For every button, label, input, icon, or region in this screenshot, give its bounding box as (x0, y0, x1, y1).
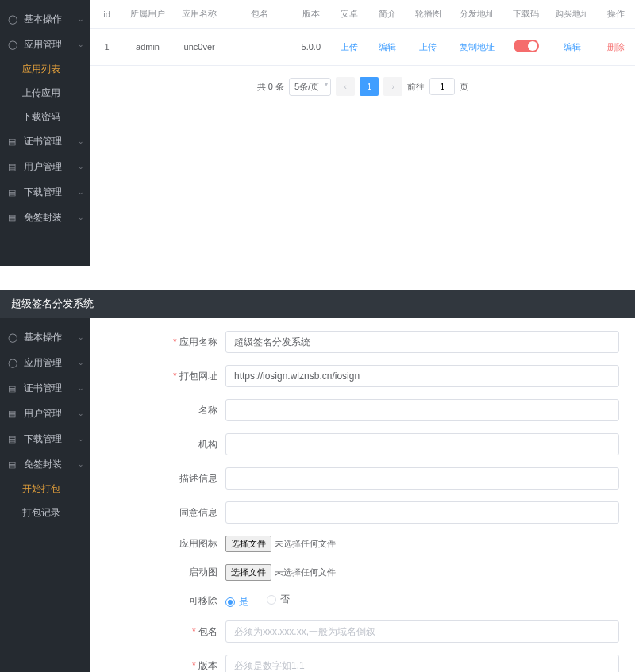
nav-label: 证书管理 (24, 382, 62, 395)
nav-download-mgmt[interactable]: ▤下载管理⌄ (0, 179, 90, 205)
chevron-down-icon: ⌄ (78, 435, 84, 443)
cell-user: admin (123, 29, 172, 66)
nav-label: 基本操作 (24, 13, 62, 26)
jump-suffix: 页 (460, 81, 468, 93)
pagination: 共 0 条 5条/页 ‹ 1 › 前往 页 (90, 66, 635, 107)
radio-dot-icon (267, 595, 276, 605)
name-input[interactable] (225, 399, 619, 421)
dist-copy-link[interactable]: 复制地址 (460, 42, 495, 52)
app-icon-file-button[interactable]: 选择文件 (225, 536, 271, 552)
label-removable: 可移除 (90, 594, 225, 608)
nav-label: 下载管理 (24, 432, 62, 446)
table-row: 1 admin unc0ver 5.0.0 上传 编辑 上传 复制地址 编辑 删… (90, 29, 635, 66)
jump-page-input[interactable] (429, 78, 455, 95)
nav-label: 应用列表 (22, 63, 60, 76)
nav-label: 用户管理 (24, 407, 62, 420)
nav-cert-mgmt[interactable]: ▤证书管理⌄ (0, 129, 90, 154)
chevron-down-icon: ⌄ (78, 359, 84, 367)
nav-label: 用户管理 (24, 160, 62, 174)
nav-app-mgmt[interactable]: ◯应用管理⌄ (0, 32, 90, 57)
user-icon: ◯ (8, 14, 19, 25)
desc-input[interactable] (225, 467, 619, 490)
chevron-down-icon: ⌄ (78, 333, 84, 341)
app-icon: ◯ (8, 358, 19, 368)
list-icon: ▤ (8, 409, 19, 419)
nav-label: 证书管理 (24, 135, 62, 148)
th-buy: 购买地址 (548, 0, 597, 29)
nav-basic-ops[interactable]: ◯基本操作⌄ (0, 6, 90, 32)
cell-id: 1 (90, 29, 123, 66)
chevron-down-icon: ⌄ (78, 15, 84, 23)
radio-dot-icon (225, 597, 235, 607)
prev-page-button[interactable]: ‹ (336, 77, 355, 96)
chevron-down-icon: ⌄ (78, 163, 84, 171)
nav-user-mgmt[interactable]: ▤用户管理⌄ (0, 154, 90, 179)
page-1-button[interactable]: 1 (360, 77, 379, 96)
list-icon: ▤ (8, 187, 19, 198)
table-header-row: id 所属用户 应用名称 包名 版本 安卓 简介 轮播图 分发地址 下载码 购买… (90, 0, 635, 29)
nav-label: 免签封装 (24, 211, 62, 225)
nav-download-mgmt-2[interactable]: ▤下载管理⌄ (0, 426, 90, 451)
nav-app-mgmt-2[interactable]: ◯应用管理⌄ (0, 350, 90, 375)
org-input[interactable] (225, 433, 619, 455)
nav-user-mgmt-2[interactable]: ▤用户管理⌄ (0, 401, 90, 426)
removable-yes-radio[interactable]: 是 (225, 595, 248, 609)
nav-label: 应用管理 (24, 356, 62, 370)
form-area: 应用名称 打包网址 名称 机构 描述信息 同意信息 应用图标选择文件未选择任何文… (90, 318, 635, 672)
pack-url-input[interactable] (225, 365, 619, 387)
nav-app-list[interactable]: 应用列表 (0, 57, 90, 81)
next-page-button[interactable]: › (383, 77, 402, 96)
app-icon-file-text: 未选择任何文件 (275, 539, 336, 548)
cell-ver: 5.0.0 (292, 29, 330, 66)
agree-input[interactable] (225, 501, 619, 524)
nav-label: 下载密码 (22, 110, 60, 124)
nav-start-package[interactable]: 开始打包 (0, 477, 90, 501)
splash-file-text: 未选择任何文件 (275, 567, 336, 577)
nav-package-records[interactable]: 打包记录 (0, 501, 90, 524)
th-dist: 分发地址 (450, 0, 505, 29)
content-area: id 所属用户 应用名称 包名 版本 安卓 简介 轮播图 分发地址 下载码 购买… (90, 0, 635, 266)
sidebar-1: ◯基本操作⌄ ◯应用管理⌄ 应用列表 上传应用 下载密码 ▤证书管理⌄ ▤用户管… (0, 0, 90, 266)
app-icon: ◯ (8, 40, 19, 50)
intro-edit-link[interactable]: 编辑 (379, 42, 396, 52)
buy-edit-link[interactable]: 编辑 (564, 42, 581, 52)
nav-free-sign-2[interactable]: ▤免签封装⌄ (0, 451, 90, 477)
per-page-select[interactable]: 5条/页 (289, 78, 331, 96)
nav-label: 打包记录 (22, 506, 60, 520)
delete-link[interactable]: 删除 (607, 42, 625, 52)
nav-basic-ops-2[interactable]: ◯基本操作⌄ (0, 324, 90, 350)
android-upload-link[interactable]: 上传 (341, 42, 358, 52)
removable-no-radio[interactable]: 否 (267, 593, 290, 606)
cell-pkg (226, 29, 291, 66)
nav-label: 基本操作 (24, 331, 62, 344)
th-id: id (90, 0, 123, 29)
list-icon: ▤ (8, 434, 19, 444)
package-form: 应用名称 打包网址 名称 机构 描述信息 同意信息 应用图标选择文件未选择任何文… (90, 318, 635, 672)
nav-upload-app[interactable]: 上传应用 (0, 81, 90, 105)
cell-name: unc0ver (172, 29, 227, 66)
nav-label: 下载管理 (24, 186, 62, 199)
user-icon: ◯ (8, 332, 19, 343)
pkg-input[interactable] (225, 620, 619, 643)
app-name-input[interactable] (225, 331, 619, 353)
version-input[interactable] (225, 655, 619, 672)
nav-download-pwd[interactable]: 下载密码 (0, 105, 90, 129)
splash-file-button[interactable]: 选择文件 (225, 564, 271, 581)
nav-cert-mgmt-2[interactable]: ▤证书管理⌄ (0, 375, 90, 401)
dlcode-switch[interactable] (514, 40, 539, 52)
package-panel: 超级签名分发系统 ◯基本操作⌄ ◯应用管理⌄ ▤证书管理⌄ ▤用户管理⌄ ▤下载… (0, 290, 635, 672)
label-app-name: 应用名称 (90, 336, 225, 349)
th-op: 操作 (597, 0, 635, 29)
chevron-down-icon: ⌄ (78, 409, 84, 417)
chevron-down-icon: ⌄ (78, 188, 84, 196)
label-version: 版本 (90, 659, 225, 673)
carousel-upload-link[interactable]: 上传 (419, 42, 437, 52)
nav-label: 免签封装 (24, 458, 62, 471)
nav-free-sign[interactable]: ▤免签封装⌄ (0, 205, 90, 230)
list-icon: ▤ (8, 136, 19, 147)
chevron-down-icon: ⌄ (78, 460, 84, 468)
panel-body: ◯基本操作⌄ ◯应用管理⌄ ▤证书管理⌄ ▤用户管理⌄ ▤下载管理⌄ ▤免签封装… (0, 318, 635, 672)
list-icon: ▤ (8, 213, 19, 223)
panel-header: 超级签名分发系统 (0, 290, 635, 318)
label-agree: 同意信息 (90, 506, 225, 520)
